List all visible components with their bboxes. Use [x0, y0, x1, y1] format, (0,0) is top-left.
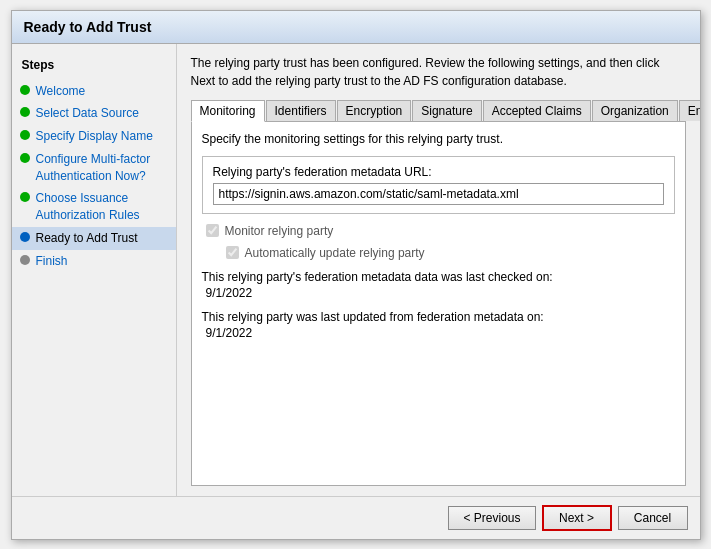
sidebar-label-choose-issuance: Choose Issuance Authorization Rules — [36, 190, 168, 224]
tab-endpoints[interactable]: Endpoints — [679, 100, 700, 121]
tab-monitoring[interactable]: Monitoring — [191, 100, 265, 122]
tab-organization[interactable]: Organization — [592, 100, 678, 121]
sidebar-item-welcome[interactable]: Welcome — [12, 80, 176, 103]
sidebar: Steps WelcomeSelect Data SourceSpecify D… — [12, 44, 177, 496]
sidebar-item-select-data-source[interactable]: Select Data Source — [12, 102, 176, 125]
sidebar-dot-choose-issuance — [20, 192, 30, 202]
monitor-label: Monitor relying party — [225, 224, 334, 238]
sidebar-dot-welcome — [20, 85, 30, 95]
federation-url-input[interactable] — [213, 183, 664, 205]
sidebar-label-ready-to-add: Ready to Add Trust — [36, 230, 138, 247]
monitoring-description: Specify the monitoring settings for this… — [202, 132, 675, 146]
sidebar-item-finish[interactable]: Finish — [12, 250, 176, 273]
federation-url-label: Relying party's federation metadata URL: — [213, 165, 664, 179]
sidebar-item-specify-display-name[interactable]: Specify Display Name — [12, 125, 176, 148]
sidebar-dot-finish — [20, 255, 30, 265]
last-checked-value: 9/1/2022 — [206, 286, 675, 300]
sidebar-item-ready-to-add[interactable]: Ready to Add Trust — [12, 227, 176, 250]
tab-bar: MonitoringIdentifiersEncryptionSignature… — [191, 100, 686, 122]
tab-accepted-claims[interactable]: Accepted Claims — [483, 100, 591, 121]
sidebar-dot-ready-to-add — [20, 232, 30, 242]
federation-url-group: Relying party's federation metadata URL: — [202, 156, 675, 214]
sidebar-title: Steps — [12, 54, 176, 80]
dialog-title: Ready to Add Trust — [12, 11, 700, 44]
sidebar-item-choose-issuance[interactable]: Choose Issuance Authorization Rules — [12, 187, 176, 227]
last-updated-label: This relying party was last updated from… — [202, 310, 675, 324]
tab-identifiers[interactable]: Identifiers — [266, 100, 336, 121]
description-text: The relying party trust has been configu… — [191, 54, 686, 90]
tab-signature[interactable]: Signature — [412, 100, 481, 121]
sidebar-label-specify-display-name: Specify Display Name — [36, 128, 153, 145]
auto-update-label: Automatically update relying party — [245, 246, 425, 260]
cancel-button[interactable]: Cancel — [618, 506, 688, 530]
tab-content-monitoring: Specify the monitoring settings for this… — [191, 122, 686, 486]
monitor-checkbox[interactable] — [206, 224, 219, 237]
last-updated-value: 9/1/2022 — [206, 326, 675, 340]
dialog-window: Ready to Add Trust Steps WelcomeSelect D… — [11, 10, 701, 540]
last-checked-label: This relying party's federation metadata… — [202, 270, 675, 284]
sidebar-label-welcome: Welcome — [36, 83, 86, 100]
tab-encryption[interactable]: Encryption — [337, 100, 412, 121]
sidebar-label-configure-mfa: Configure Multi-factor Authentication No… — [36, 151, 168, 185]
sidebar-dot-specify-display-name — [20, 130, 30, 140]
sidebar-dot-select-data-source — [20, 107, 30, 117]
sidebar-label-select-data-source: Select Data Source — [36, 105, 139, 122]
dialog-footer: < Previous Next > Cancel — [12, 496, 700, 539]
main-content: The relying party trust has been configu… — [177, 44, 700, 496]
next-button[interactable]: Next > — [542, 505, 612, 531]
monitor-checkbox-row: Monitor relying party — [206, 224, 675, 238]
sidebar-dot-configure-mfa — [20, 153, 30, 163]
auto-update-checkbox[interactable] — [226, 246, 239, 259]
sidebar-item-configure-mfa[interactable]: Configure Multi-factor Authentication No… — [12, 148, 176, 188]
dialog-body: Steps WelcomeSelect Data SourceSpecify D… — [12, 44, 700, 496]
previous-button[interactable]: < Previous — [448, 506, 535, 530]
sidebar-label-finish: Finish — [36, 253, 68, 270]
auto-update-checkbox-row: Automatically update relying party — [226, 246, 675, 260]
